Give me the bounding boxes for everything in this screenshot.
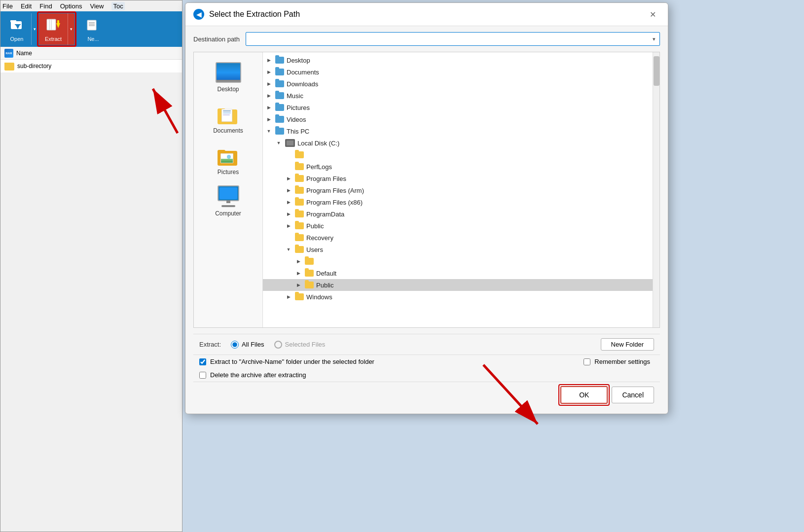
desktop-icon	[216, 62, 241, 83]
folder-yellow-icon	[295, 293, 304, 300]
tree-toggle[interactable]: ▶	[265, 56, 273, 64]
tree-row[interactable]	[263, 149, 653, 161]
shortcut-computer[interactable]: Computer	[198, 181, 258, 221]
tree-row[interactable]: ▶Program Files	[263, 173, 653, 184]
tree-toggle[interactable]: ▼	[275, 139, 283, 147]
shortcut-documents[interactable]: Documents	[198, 99, 258, 138]
tree-row[interactable]: ▶Windows	[263, 291, 653, 303]
tree-toggle[interactable]: ▶	[285, 222, 292, 230]
tree-row[interactable]: ▶Downloads	[263, 78, 653, 90]
tree-toggle[interactable]: ▶	[294, 269, 302, 277]
folder-yellow-icon	[305, 258, 314, 265]
shortcut-pictures[interactable]: Pictures	[198, 140, 258, 179]
filelist-row[interactable]: sub-directory	[0, 60, 182, 72]
folder-blue-icon	[275, 80, 284, 87]
ok-button[interactable]: OK	[560, 386, 608, 404]
extract-button-group[interactable]: Extract ▾	[39, 13, 74, 45]
tree-toggle[interactable]: ▶	[285, 293, 292, 301]
open-button-group[interactable]: Open ▾	[2, 13, 38, 45]
new-folder-button[interactable]: New Folder	[601, 338, 654, 351]
tree-toggle[interactable]: ▶	[285, 186, 292, 194]
tree-toggle[interactable]: ▶	[265, 115, 273, 123]
tree-row[interactable]: ▶Desktop	[263, 54, 653, 66]
tree-row[interactable]: ▶Public	[263, 279, 653, 291]
folder-blue-icon	[275, 57, 284, 64]
tree-toggle[interactable]: ▶	[265, 68, 273, 76]
remember-settings-label: Remember settings	[594, 358, 650, 365]
selected-files-radio[interactable]	[274, 341, 282, 349]
tree-toggle[interactable]: ▶	[294, 257, 302, 265]
checkboxes-area: Extract to "Archive-Name" folder under t…	[193, 355, 660, 382]
tree-toggle[interactable]: ▶	[285, 210, 292, 218]
tree-toggle[interactable]: ▼	[285, 246, 292, 253]
tree-row[interactable]: ▼Users	[263, 244, 653, 255]
menu-edit[interactable]: Edit	[21, 2, 32, 10]
tree-row[interactable]: ▶Public	[263, 220, 653, 232]
all-files-radio[interactable]	[231, 341, 239, 349]
dest-path-dropdown-icon[interactable]: ▾	[653, 36, 656, 42]
folder-yellow-icon	[295, 163, 304, 170]
dialog-title: Select the Extraction Path	[209, 10, 300, 19]
dialog-close-button[interactable]: ✕	[645, 7, 660, 22]
extract-options-row: Extract: All Files Selected Files New Fo…	[193, 334, 660, 355]
folder-blue-icon	[275, 92, 284, 99]
selected-files-label: Selected Files	[285, 341, 326, 348]
tree-toggle[interactable]: ▶	[265, 80, 273, 88]
shortcut-computer-label: Computer	[215, 210, 241, 217]
menu-toc[interactable]: Toc	[111, 2, 124, 10]
svg-rect-3	[15, 24, 21, 25]
open-button[interactable]: Open	[2, 13, 31, 45]
tree-toggle[interactable]: ▶	[294, 281, 302, 289]
tree-row[interactable]: ▶	[263, 255, 653, 267]
tree-item-label: Program Files (x86)	[306, 199, 363, 206]
selected-files-radio-group[interactable]: Selected Files	[274, 341, 326, 349]
extract-dropdown[interactable]: ▾	[68, 13, 74, 45]
extraction-path-dialog: ◀ Select the Extraction Path ✕ Destinati…	[185, 2, 668, 414]
tree-toggle[interactable]: ▶	[285, 198, 292, 206]
all-files-radio-group[interactable]: All Files	[231, 341, 264, 349]
tree-row[interactable]: ▶Documents	[263, 66, 653, 78]
tree-row[interactable]: ▶Default	[263, 267, 653, 279]
tree-toggle[interactable]: ▶	[285, 175, 292, 182]
tree-row[interactable]: Recovery	[263, 232, 653, 244]
tree-row[interactable]: ▶Music	[263, 90, 653, 102]
tree-toggle[interactable]: ▶	[265, 104, 273, 111]
tree-row[interactable]: PerfLogs	[263, 161, 653, 173]
menu-options[interactable]: Options	[60, 2, 82, 10]
tree-row[interactable]: ▶Pictures	[263, 102, 653, 113]
tree-item-label: Pictures	[287, 104, 310, 111]
tree-row[interactable]: ▶Videos	[263, 113, 653, 125]
tree-row[interactable]: ▼Local Disk (C:)	[263, 137, 653, 149]
next-button[interactable]: Ne...	[75, 13, 111, 45]
scrollbar-track[interactable]	[653, 52, 659, 327]
shortcut-desktop[interactable]: Desktop	[198, 58, 258, 97]
tree-toggle[interactable]: ▶	[265, 92, 273, 100]
svg-rect-9	[87, 20, 96, 30]
extract-to-archive-row: Extract to "Archive-Name" folder under t…	[193, 355, 660, 368]
dest-path-input[interactable]: ▾	[246, 32, 660, 46]
dialog-body: Destination path ▾ Desktop	[185, 26, 668, 414]
tree-row[interactable]: ▶ProgramData	[263, 208, 653, 220]
menu-file[interactable]: File	[2, 2, 13, 10]
computer-tree-icon	[275, 128, 284, 135]
cancel-button[interactable]: Cancel	[612, 387, 654, 403]
delete-archive-checkbox[interactable]	[199, 372, 206, 379]
tree-row[interactable]: ▶Program Files (x86)	[263, 196, 653, 208]
menu-find[interactable]: Find	[39, 2, 52, 10]
svg-rect-6	[51, 19, 52, 30]
folder-blue-icon	[275, 116, 284, 123]
action-buttons-row: OK Cancel	[193, 382, 660, 408]
tree-toggle[interactable]: ▼	[265, 127, 273, 135]
extract-label: Extract:	[199, 341, 221, 348]
filelist-path: RAR Name	[0, 47, 182, 60]
extract-button[interactable]: Extract	[39, 13, 68, 45]
open-dropdown[interactable]: ▾	[31, 13, 38, 45]
extract-to-archive-checkbox[interactable]	[199, 358, 206, 365]
tree-row[interactable]: ▼This PC	[263, 125, 653, 137]
filename: sub-directory	[17, 63, 51, 70]
remember-settings-checkbox[interactable]	[584, 358, 590, 365]
menu-view[interactable]: View	[90, 2, 104, 10]
tree-row[interactable]: ▶Program Files (Arm)	[263, 184, 653, 196]
tree-item-label: Recovery	[306, 234, 333, 242]
scrollbar-thumb[interactable]	[654, 56, 659, 86]
